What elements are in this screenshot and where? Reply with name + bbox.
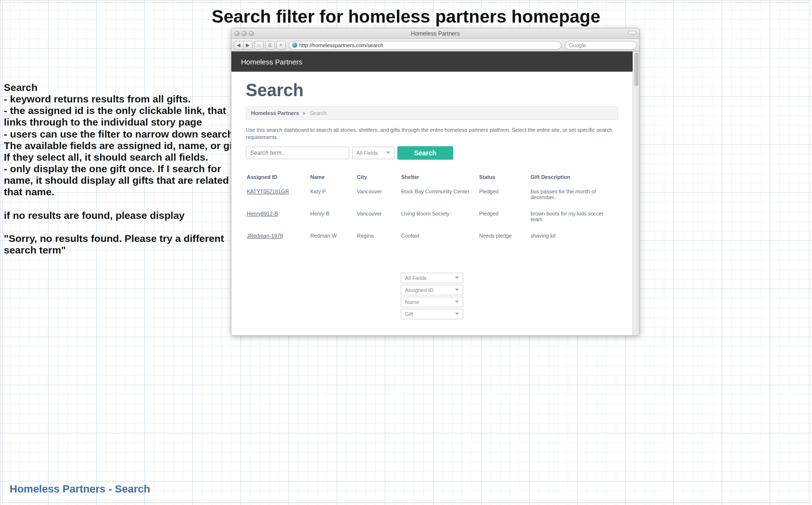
- close-icon[interactable]: [234, 31, 240, 36]
- cell-gift: brown boots for my kids soccer team: [531, 208, 617, 229]
- filter-option[interactable]: Assigned ID: [401, 285, 463, 295]
- cell-city: Vancouver: [357, 208, 400, 229]
- back-button[interactable]: ◀: [234, 41, 243, 50]
- footer-page-label: Homeless Partners - Search: [10, 483, 150, 495]
- filter-option-label: Name: [405, 299, 419, 305]
- column-header-status: Status: [479, 171, 530, 185]
- cell-shelter: Coolaid: [401, 230, 478, 245]
- assigned-id-link[interactable]: JRedman-1978: [247, 233, 283, 239]
- cell-name: Katy P: [310, 186, 356, 207]
- column-header-gift: Gift Description: [531, 171, 617, 185]
- cell-status: Pledged: [479, 208, 530, 229]
- search-row: All Fields Search: [246, 146, 618, 160]
- cell-city: Regina: [357, 230, 400, 245]
- filter-dropdown[interactable]: All Fields: [352, 147, 394, 159]
- browser-toolbar: ◀ ▶ ⌂ ⎙ + http://homelesspartners.com/se…: [231, 39, 639, 51]
- browser-search-placeholder: Google: [569, 42, 586, 48]
- cell-city: Vancouver: [357, 186, 400, 207]
- cell-name: Henry B: [310, 208, 356, 229]
- cell-name: Redman W: [310, 230, 356, 245]
- chevron-down-icon: [455, 277, 459, 279]
- filter-option[interactable]: Name: [401, 297, 463, 307]
- assigned-id-link[interactable]: Henry8912-B: [247, 211, 278, 216]
- filter-option-label: Gift: [405, 311, 413, 317]
- filter-options-stack: All Fields Assigned ID Name Gift: [401, 273, 463, 319]
- assigned-id-link[interactable]: KATYT052181GR: [247, 189, 289, 194]
- app-header: Homeless Partners: [231, 51, 639, 72]
- chevron-down-icon: [455, 289, 459, 291]
- breadcrumb-home[interactable]: Homeless Partners: [251, 110, 299, 116]
- globe-icon: [292, 42, 297, 48]
- page-heading: Search: [246, 80, 618, 101]
- breadcrumb-current: Search: [310, 110, 327, 116]
- annotation-block: Search - keyword returns results from al…: [4, 82, 244, 256]
- home-button[interactable]: ⌂: [254, 41, 264, 50]
- column-header-id: Assigned ID: [247, 171, 309, 185]
- browser-search-input[interactable]: Google: [565, 41, 637, 50]
- url-text: http://homelesspartners.com/search: [299, 42, 383, 48]
- chevron-down-icon: [455, 301, 459, 303]
- results-table: Assigned ID Name City Shelter Status Gif…: [246, 170, 618, 246]
- filter-option-label: Assigned ID: [405, 287, 433, 293]
- browser-window: Homeless Partners ◀ ▶ ⌂ ⎙ + http://homel…: [231, 28, 640, 336]
- cell-shelter: Living Room Society: [401, 208, 478, 229]
- breadcrumb: Homeless Partners ▶ Search: [246, 106, 618, 120]
- search-input[interactable]: [246, 147, 349, 159]
- cell-gift: bus passes for the month of december..: [531, 186, 617, 207]
- scrollbar[interactable]: [633, 51, 639, 335]
- print-button[interactable]: ⎙: [265, 41, 275, 50]
- filter-option-label: All Fields: [405, 275, 427, 281]
- filter-option[interactable]: All Fields: [401, 273, 463, 283]
- url-bar[interactable]: http://homelesspartners.com/search: [289, 41, 561, 50]
- instructions-text: Use this search dashboard to search all …: [246, 126, 618, 141]
- filter-selected-label: All Fields: [356, 150, 378, 156]
- titlebar-pill-icon[interactable]: [628, 31, 636, 35]
- annotation-line: - users can use the filter to narrow dow…: [4, 128, 244, 163]
- chevron-down-icon: [386, 152, 390, 154]
- column-header-shelter: Shelter: [401, 171, 478, 185]
- app-brand[interactable]: Homeless Partners: [241, 58, 303, 66]
- table-row: KATYT052181GR Katy P Vancouver Rock Bay …: [247, 186, 617, 207]
- annotation-line: - only display the one gift once. If I s…: [4, 163, 244, 198]
- annotation-heading: Search: [4, 82, 244, 93]
- window-title: Homeless Partners: [231, 30, 639, 37]
- cell-gift: shaving kit: [531, 230, 617, 245]
- cell-status: Needs pledge: [479, 230, 530, 245]
- traffic-lights: [234, 31, 254, 36]
- cell-status: Pledged: [479, 186, 530, 207]
- column-header-name: Name: [310, 171, 356, 185]
- table-row: Henry8912-B Henry B Vancouver Living Roo…: [247, 208, 617, 229]
- minimize-icon[interactable]: [241, 31, 247, 36]
- annotation-line: - the assigned id is the only clickable …: [4, 105, 244, 128]
- zoom-icon[interactable]: [249, 31, 254, 36]
- chevron-right-icon: ▶: [303, 111, 306, 115]
- table-row: JRedman-1978 Redman W Regina Coolaid Nee…: [247, 230, 617, 245]
- annotation-no-results-msg: "Sorry, no results found. Please try a d…: [4, 233, 244, 256]
- cell-shelter: Rock Bay Community Center: [401, 186, 478, 207]
- chevron-down-icon: [455, 313, 459, 315]
- browser-viewport: Homeless Partners Search Homeless Partne…: [231, 51, 639, 335]
- search-button[interactable]: Search: [397, 146, 453, 160]
- add-button[interactable]: +: [276, 41, 286, 50]
- browser-titlebar: Homeless Partners: [231, 28, 639, 39]
- annotation-line: - keyword returns results from all gifts…: [4, 93, 244, 105]
- forward-button[interactable]: ▶: [243, 41, 253, 50]
- annotation-no-results-intro: if no results are found, please display: [4, 210, 244, 221]
- column-header-city: City: [357, 171, 400, 185]
- mockup-title: Search filter for homeless partners home…: [0, 7, 812, 27]
- filter-option[interactable]: Gift: [401, 309, 463, 319]
